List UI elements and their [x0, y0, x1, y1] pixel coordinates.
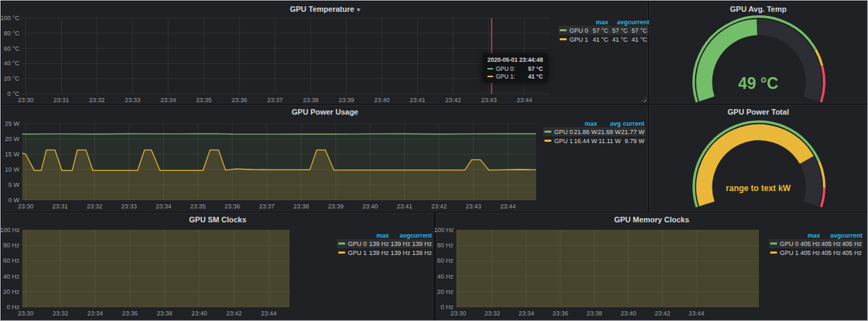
- legend-sort-max[interactable]: max: [367, 232, 389, 239]
- x-axis-label: 23:42: [445, 97, 461, 104]
- series-color-swatch[interactable]: [560, 38, 567, 40]
- legend-value: 139 Hz: [410, 249, 432, 256]
- legend-value: 21.77 W: [621, 129, 644, 135]
- series-color-swatch[interactable]: [560, 29, 567, 31]
- panel-title: GPU Memory Clocks: [614, 215, 689, 224]
- legend-value: 41 °C: [589, 36, 608, 43]
- legend-sort-current[interactable]: current: [628, 19, 647, 26]
- x-axis-label: 23:31: [52, 203, 68, 210]
- legend-header: maxavgcurrent: [769, 231, 863, 239]
- y-axis-label: 80 Hz: [434, 242, 453, 249]
- legend-value: 16.44 W: [574, 138, 597, 145]
- x-axis-label: 23:36: [224, 203, 240, 210]
- x-axis-label: 23:44: [689, 310, 705, 317]
- tooltip-series-name: GPU 0:: [496, 65, 515, 72]
- tooltip-series-value: 41 °C: [523, 73, 543, 80]
- legend-sort-avg[interactable]: avg: [608, 19, 628, 26]
- chevron-down-icon[interactable]: ▾: [357, 6, 360, 13]
- x-axis-label: 23:44: [500, 203, 516, 210]
- y-axis-label: 5 W: [0, 181, 19, 188]
- series-color-swatch[interactable]: [338, 252, 345, 254]
- series-name[interactable]: GPU 0: [569, 27, 588, 34]
- chart-tooltip: 2020-05-01 23:44:48GPU 0:57 °CGPU 1:41 °…: [483, 54, 548, 83]
- panel-title: GPU Temperature: [290, 5, 354, 13]
- x-axis-label: 23:31: [53, 97, 69, 104]
- y-axis-label: 100 °C: [0, 15, 19, 22]
- legend-value: 139 Hz: [389, 249, 410, 256]
- x-axis-label: 23:44: [517, 97, 533, 104]
- x-axis-label: 23:38: [157, 310, 173, 317]
- x-axis-label: 23:40: [621, 310, 637, 317]
- gpu-sm-clocks-legend: maxavgcurrentGPU 0139 Hz139 Hz139 HzGPU …: [337, 231, 433, 257]
- panel-gpu-memory-clocks: GPU Memory Clocks 100 Hz80 Hz60 Hz40 Hz2…: [436, 213, 867, 320]
- panel-gpu-temperature: GPU Temperature▾ 100 °C80 °C60 °C40 °C20…: [2, 2, 648, 104]
- y-axis-label: 80 Hz: [0, 242, 19, 249]
- x-axis-label: 23:30: [451, 310, 467, 317]
- legend-sort-max[interactable]: max: [799, 232, 820, 239]
- gpu-power-total-gauge: [650, 106, 867, 211]
- gpu-sm-clocks-chart[interactable]: 100 Hz80 Hz60 Hz40 Hz20 Hz0 Hz23:3023:32…: [3, 213, 433, 320]
- legend-value: 9.79 W: [621, 138, 644, 145]
- series-name[interactable]: GPU 1: [554, 138, 573, 145]
- x-axis-label: 23:36: [122, 310, 138, 317]
- series-color-swatch[interactable]: [338, 242, 345, 245]
- x-axis-label: 23:42: [431, 203, 447, 210]
- x-axis-label: 23:32: [485, 310, 501, 317]
- legend-sort-current[interactable]: current: [621, 120, 644, 127]
- legend-value: 139 Hz: [367, 249, 389, 256]
- legend-value: 405 Hz: [820, 249, 841, 256]
- x-axis-label: 23:34: [87, 310, 103, 317]
- legend-sort-max[interactable]: max: [589, 19, 608, 26]
- legend-sort-avg[interactable]: avg: [820, 232, 841, 239]
- legend-value: 11.11 W: [597, 138, 621, 145]
- panel-header-gpu-temperature[interactable]: GPU Temperature▾: [3, 5, 647, 15]
- legend-row: GPU 0139 Hz139 Hz139 Hz: [337, 239, 433, 248]
- panel-header-gpu-sm-clocks[interactable]: GPU SM Clocks: [3, 215, 433, 225]
- x-axis-label: 23:35: [190, 203, 206, 210]
- legend-value: 139 Hz: [389, 240, 410, 247]
- gpu-temperature-chart[interactable]: 100 °C80 °C60 °C40 °C20 °C0 °C23:3023:31…: [3, 3, 647, 103]
- y-axis-label: 0 Hz: [0, 304, 19, 311]
- panel-header-gpu-avg-temp[interactable]: GPU Avg. Temp: [650, 5, 867, 15]
- panel-header-gpu-power-usage[interactable]: GPU Power Usage: [3, 108, 647, 117]
- tooltip-row: GPU 1:41 °C: [487, 73, 543, 80]
- y-axis-label: 20 W: [0, 135, 19, 142]
- legend-row: GPU 1139 Hz139 Hz139 Hz: [337, 248, 433, 257]
- series-color-swatch[interactable]: [544, 140, 551, 142]
- x-axis-label: 23:38: [303, 97, 319, 104]
- legend-header: maxavgcurrent: [543, 120, 646, 127]
- legend-value: 57 °C: [608, 27, 628, 34]
- legend-sort-avg[interactable]: avg: [389, 232, 410, 239]
- gpu-memory-clocks-chart[interactable]: 100 Hz80 Hz60 Hz40 Hz20 Hz0 Hz23:3023:32…: [437, 213, 867, 320]
- series-name[interactable]: GPU 1: [569, 36, 588, 43]
- series-color-swatch[interactable]: [544, 131, 551, 133]
- gpu-memory-clocks-legend: maxavgcurrentGPU 0405 Hz405 Hz405 HzGPU …: [769, 231, 863, 257]
- legend-sort-current[interactable]: current: [410, 232, 432, 239]
- x-axis-label: 23:35: [196, 97, 212, 104]
- panel-header-gpu-memory-clocks[interactable]: GPU Memory Clocks: [437, 215, 867, 225]
- x-axis-label: 23:34: [160, 97, 176, 104]
- legend-sort-avg[interactable]: avg: [597, 120, 621, 127]
- panel-header-gpu-power-total[interactable]: GPU Power Total: [650, 108, 867, 117]
- series-name[interactable]: GPU 1: [348, 249, 367, 256]
- series-name[interactable]: GPU 0: [780, 240, 799, 247]
- series-name[interactable]: GPU 1: [780, 249, 799, 256]
- x-axis-label: 23:42: [655, 310, 671, 317]
- y-axis-label: 60 °C: [0, 45, 19, 52]
- series-name[interactable]: GPU 0: [554, 129, 573, 135]
- legend-value: 405 Hz: [799, 249, 820, 256]
- series-color-dash: [487, 68, 493, 69]
- legend-value: 21.86 W: [574, 129, 597, 135]
- series-name[interactable]: GPU 0: [348, 240, 367, 247]
- series-color-swatch[interactable]: [770, 242, 777, 245]
- series-color-swatch[interactable]: [770, 252, 777, 254]
- x-axis-label: 23:43: [481, 97, 497, 104]
- y-axis-label: 100 Hz: [434, 227, 453, 233]
- legend-sort-current[interactable]: current: [841, 232, 862, 239]
- y-axis-label: 60 Hz: [434, 257, 453, 264]
- legend-value: 21.68 W: [597, 129, 621, 135]
- legend-value: 405 Hz: [799, 240, 820, 247]
- legend-sort-max[interactable]: max: [574, 120, 597, 127]
- legend-row: GPU 1405 Hz405 Hz405 Hz: [769, 248, 863, 257]
- x-axis-label: 23:39: [328, 203, 344, 210]
